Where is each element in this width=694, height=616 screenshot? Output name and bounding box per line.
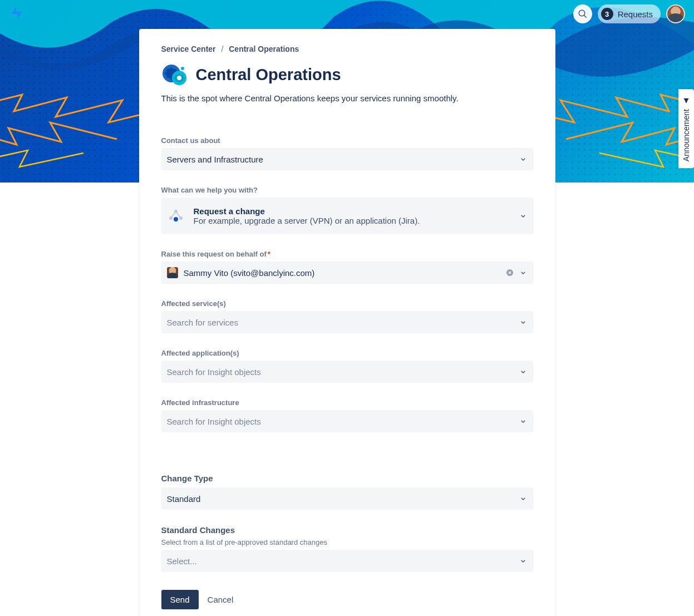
affected-infrastructure-placeholder: Search for Insight objects <box>167 417 519 426</box>
svg-line-1 <box>584 15 587 18</box>
logo[interactable] <box>9 5 24 23</box>
change-type-label: Change Type <box>161 474 533 483</box>
contact-about-select[interactable]: Servers and Infrastructure <box>161 148 533 170</box>
change-type-select[interactable]: Standard <box>161 487 533 510</box>
requests-count-badge: 3 <box>601 8 613 20</box>
standard-changes-placeholder: Select... <box>167 556 519 566</box>
search-button[interactable] <box>573 4 592 23</box>
request-type-icon <box>167 207 185 225</box>
user-avatar <box>167 267 178 278</box>
announcement-tab[interactable]: Announcement <box>678 89 694 168</box>
svg-line-9 <box>171 211 176 218</box>
on-behalf-select[interactable]: Sammy Vito (svito@banclyinc.com) <box>161 262 533 284</box>
send-button[interactable]: Send <box>161 590 199 609</box>
breadcrumb-separator: / <box>221 45 223 53</box>
affected-services-label: Affected service(s) <box>161 299 533 308</box>
svg-point-11 <box>174 217 178 221</box>
on-behalf-label: Raise this request on behalf of* <box>161 250 533 258</box>
svg-point-0 <box>579 10 585 16</box>
topbar: 3 Requests <box>0 0 694 28</box>
chevron-down-icon <box>519 211 528 220</box>
standard-changes-label: Standard Changes <box>161 525 533 535</box>
chevron-down-icon <box>519 155 528 164</box>
main-card: Service Center / Central Operations Cent… <box>139 29 555 616</box>
request-type-title: Request a change <box>194 206 420 216</box>
request-type-description: For example, upgrade a server (VPN) or a… <box>194 216 420 225</box>
breadcrumb-root[interactable]: Service Center <box>161 45 216 53</box>
svg-line-10 <box>176 211 181 218</box>
breadcrumb: Service Center / Central Operations <box>161 45 533 53</box>
page-description: This is the spot where Central Operation… <box>161 93 533 103</box>
change-type-value: Standard <box>167 494 519 504</box>
help-with-label: What can we help you with? <box>161 186 533 194</box>
contact-about-label: Contact us about <box>161 136 533 145</box>
affected-infrastructure-label: Affected infrastructure <box>161 398 533 407</box>
affected-infrastructure-select[interactable]: Search for Insight objects <box>161 410 533 432</box>
project-icon <box>161 61 188 88</box>
chevron-down-icon <box>519 367 528 376</box>
chevron-down-icon <box>519 556 528 565</box>
affected-services-placeholder: Search for services <box>167 318 519 327</box>
affected-applications-label: Affected application(s) <box>161 349 533 357</box>
on-behalf-value: Sammy Vito (svito@banclyinc.com) <box>184 268 505 278</box>
announcement-label: Announcement <box>682 109 691 161</box>
affected-applications-select[interactable]: Search for Insight objects <box>161 361 533 383</box>
page-title: Central Operations <box>196 66 341 84</box>
chevron-down-icon <box>519 417 528 426</box>
requests-button[interactable]: 3 Requests <box>598 4 661 23</box>
help-with-select[interactable]: Request a change For example, upgrade a … <box>161 198 533 234</box>
profile-avatar[interactable] <box>666 4 685 23</box>
contact-about-value: Servers and Infrastructure <box>167 155 519 164</box>
chevron-down-icon <box>519 318 528 327</box>
megaphone-icon <box>682 96 690 104</box>
affected-services-select[interactable]: Search for services <box>161 311 533 333</box>
chevron-down-icon <box>519 268 528 277</box>
affected-applications-placeholder: Search for Insight objects <box>167 367 519 377</box>
standard-changes-select[interactable]: Select... <box>161 550 533 572</box>
clear-icon[interactable] <box>505 268 514 277</box>
search-icon <box>578 9 588 19</box>
breadcrumb-current[interactable]: Central Operations <box>229 45 299 53</box>
chevron-down-icon <box>519 494 528 503</box>
svg-point-4 <box>177 76 181 80</box>
cancel-button[interactable]: Cancel <box>208 595 234 604</box>
svg-point-5 <box>181 67 184 70</box>
requests-label: Requests <box>618 9 653 19</box>
required-indicator: * <box>268 250 270 258</box>
standard-changes-hint: Select from a list of pre-approved stand… <box>161 538 533 546</box>
